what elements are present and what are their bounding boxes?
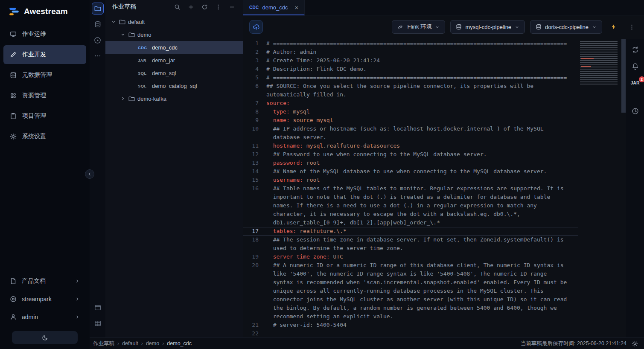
connector-icon — [536, 24, 542, 30]
tab-demo-cdc[interactable]: CDC demo_cdc × — [243, 0, 305, 15]
add-icon[interactable] — [186, 2, 195, 12]
gear-icon[interactable] — [632, 340, 638, 347]
search-icon[interactable] — [172, 2, 182, 12]
code-line[interactable]: 21# server-id: 5400-5404 — [243, 321, 578, 329]
flink-env-dropdown[interactable]: Flink 环境 — [392, 20, 445, 34]
code-line[interactable]: 8type: mysql — [243, 108, 578, 116]
token-value: realfuture.\.* — [296, 228, 346, 234]
code-line[interactable]: 3# Create Time: 2025-06-20 21:41:24 — [243, 56, 578, 65]
bell-icon[interactable] — [632, 63, 639, 70]
code-line[interactable]: 19server-time-zone: UTC — [243, 253, 578, 261]
code-line-active[interactable]: 17tables: realfuture.\.* — [243, 227, 578, 236]
tree-file-demo-sql[interactable]: SQL demo_sql — [105, 67, 243, 79]
file-tree: default demo CDC demo_cdc JAR demo_jar — [105, 14, 243, 105]
sidebar-item-metadata[interactable]: 元数据管理 — [3, 66, 86, 84]
sidebar-item-label: 元数据管理 — [22, 71, 52, 79]
code-line[interactable]: 4# Description: Flink CDC demo. — [243, 65, 578, 73]
jar-dependencies-button[interactable]: JAR 2 — [630, 80, 639, 85]
rail-datasource-button[interactable] — [92, 18, 104, 30]
code-line[interactable]: 5# =====================================… — [243, 73, 578, 82]
moon-icon — [42, 334, 48, 341]
code-line[interactable]: 2# Author: admin — [243, 48, 578, 56]
explorer-header: 作业草稿 — [105, 0, 243, 14]
code-line[interactable]: 20## A numeric ID or a numeric ID range … — [243, 261, 578, 321]
tree-file-demo-jar[interactable]: JAR demo_jar — [105, 54, 243, 67]
rail-panel-button[interactable] — [92, 302, 104, 314]
sync-icon[interactable] — [632, 46, 639, 53]
code-line[interactable]: 1# =====================================… — [243, 39, 578, 48]
token-key: tables: — [273, 228, 297, 234]
source-pipeline-dropdown[interactable]: mysql-cdc-pipeline — [450, 20, 525, 34]
file-type-badge: JAR — [138, 58, 149, 63]
refresh-icon[interactable] — [200, 2, 209, 12]
close-icon[interactable]: × — [295, 4, 299, 11]
rail-more-button[interactable] — [92, 50, 104, 62]
deploy-button[interactable] — [249, 20, 263, 34]
token-value: source_mysql — [290, 117, 333, 123]
token-comment: ## Name of the MySQL database to use whe… — [273, 168, 547, 174]
code-line[interactable]: 15username: root — [243, 176, 578, 184]
code-line[interactable]: 14## Name of the MySQL database to use w… — [243, 167, 578, 176]
breadcrumb-item[interactable]: 作业草稿 — [93, 340, 114, 347]
breadcrumb-item[interactable]: demo — [146, 340, 159, 346]
sidebar-item-streampark[interactable]: streampark — [3, 290, 86, 308]
sidebar-item-resources[interactable]: 资源管理 — [3, 86, 86, 105]
sidebar-item-job-ops[interactable]: 作业运维 — [3, 25, 86, 44]
code-line[interactable]: 22 — [243, 329, 578, 337]
tree-folder-default[interactable]: default — [105, 15, 243, 28]
sink-pipeline-dropdown[interactable]: doris-cdc-pipeline — [530, 20, 602, 34]
breadcrumb-separator: › — [162, 340, 164, 346]
chevron-right-icon — [120, 96, 126, 101]
scrollbar-thumb[interactable] — [621, 39, 626, 113]
chevron-down-icon — [435, 25, 440, 29]
breadcrumb-item[interactable]: default — [122, 340, 138, 346]
sidebar-collapse-button[interactable] — [85, 169, 94, 179]
code-line[interactable]: 11hostname: mysql.realfuture-datasources — [243, 142, 578, 150]
tree-file-demo-cdc[interactable]: CDC demo_cdc — [105, 41, 243, 54]
rail-table-button[interactable] — [92, 317, 104, 329]
folder-icon — [128, 96, 135, 102]
token-key: hostname: — [273, 143, 303, 149]
code-line[interactable]: 13password: root — [243, 159, 578, 167]
line-content: server-time-zone: UTC — [266, 253, 568, 261]
more-actions-button[interactable] — [625, 20, 638, 33]
gear-icon — [10, 133, 17, 140]
code-pane[interactable]: 1# =====================================… — [243, 39, 578, 337]
tree-folder-demo-kafka[interactable]: demo-kafka — [105, 92, 243, 105]
minimap[interactable] — [578, 39, 621, 337]
sidebar-item-docs[interactable]: 产品文档 — [3, 272, 86, 290]
vertical-scrollbar[interactable] — [621, 39, 626, 337]
line-number: 1 — [243, 39, 266, 48]
token-comment: ## A numeric ID or a numeric ID range of… — [273, 262, 571, 320]
tree-folder-demo[interactable]: demo — [105, 28, 243, 41]
line-content — [266, 329, 568, 337]
sidebar-item-settings[interactable]: 系统设置 — [3, 127, 86, 146]
code-line[interactable]: 16## Table names of the MySQL tables to … — [243, 184, 578, 227]
cloud-upload-icon — [253, 23, 260, 31]
tree-file-demo-catalog-sql[interactable]: SQL demo_catalog_sql — [105, 79, 243, 92]
code-line[interactable]: 10## IP address or hostname (such as: lo… — [243, 125, 578, 142]
chevron-right-icon — [75, 279, 80, 284]
sidebar-item-job-dev[interactable]: 作业开发 — [3, 45, 86, 64]
breadcrumb-item[interactable]: demo_cdc — [167, 340, 192, 346]
collapse-panel-icon[interactable] — [227, 2, 236, 12]
tree-label: demo-kafka — [137, 96, 166, 102]
minimap-highlight — [581, 58, 594, 59]
rail-run-button[interactable] — [92, 34, 104, 46]
tab-bar: CDC demo_cdc × — [243, 0, 644, 15]
rail-files-button[interactable] — [92, 3, 104, 15]
history-clock-icon[interactable] — [632, 108, 639, 115]
tree-label: demo_cdc — [152, 44, 178, 51]
kebab-menu-icon[interactable] — [213, 2, 223, 12]
code-line[interactable]: 18## The session time zone in database s… — [243, 236, 578, 253]
code-line[interactable]: 9name: source_mysql — [243, 116, 578, 125]
code-line[interactable]: 7source: — [243, 99, 578, 108]
sidebar-item-label: 资源管理 — [22, 92, 46, 99]
sidebar-item-label: admin — [22, 314, 38, 320]
sidebar-item-admin[interactable]: admin — [3, 308, 86, 326]
sidebar-item-projects[interactable]: 项目管理 — [3, 107, 86, 125]
code-line[interactable]: 12## Password to use when connecting to … — [243, 150, 578, 159]
quick-run-button[interactable] — [607, 20, 620, 33]
code-line[interactable]: 6## SOURCE: Once you select the source p… — [243, 82, 578, 99]
theme-toggle-button[interactable] — [12, 331, 78, 344]
